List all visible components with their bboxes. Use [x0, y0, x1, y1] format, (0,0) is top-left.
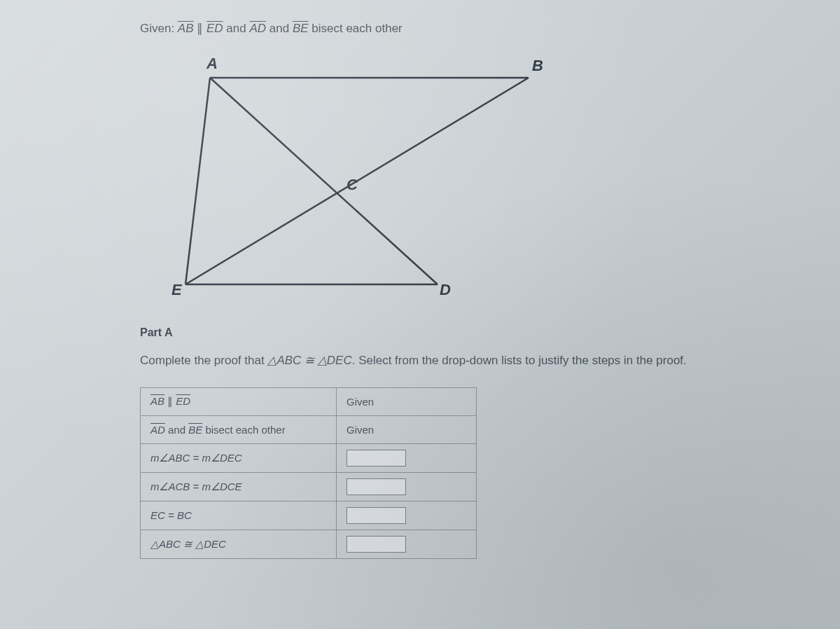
stmt-mid: and	[165, 424, 188, 436]
stmt-seg-a: AD	[150, 424, 165, 436]
statement-cell: AD and BE bisect each other	[141, 415, 337, 443]
vertex-d: D	[440, 281, 451, 299]
part-a-heading: Part A	[140, 326, 700, 339]
reason-dropdown[interactable]	[346, 478, 406, 495]
instr-prefix: Complete the proof that	[140, 354, 267, 367]
reason-cell	[337, 501, 477, 530]
table-row: EC = BC	[141, 501, 477, 530]
geometry-diagram: A B C D E	[161, 53, 546, 305]
reason-cell	[337, 472, 477, 501]
stmt-text: EC = BC	[150, 509, 192, 521]
given-prefix: Given:	[140, 22, 178, 35]
statement-cell: EC = BC	[141, 501, 337, 530]
reason-text: Given	[346, 424, 374, 436]
instr-triangles: △ABC ≅ △DEC	[267, 354, 351, 367]
reason-cell	[337, 530, 477, 558]
and-1: and	[223, 22, 250, 35]
instruction-text: Complete the proof that △ABC ≅ △DEC. Sel…	[140, 352, 700, 370]
given-statement: Given: AB ∥ ED and AD and BE bisect each…	[140, 21, 700, 36]
table-row: m∠ACB = m∠DCE	[141, 472, 477, 501]
stmt-text: m∠ABC = m∠DEC	[150, 452, 242, 464]
stmt-text: m∠ACB = m∠DCE	[150, 481, 242, 492]
instr-suffix: . Select from the drop-down lists to jus…	[352, 354, 687, 367]
seg-ad: AD	[249, 22, 266, 35]
reason-cell	[337, 443, 477, 472]
statement-cell: m∠ABC = m∠DEC	[141, 443, 337, 472]
stmt-seg-b: BE	[188, 424, 202, 436]
and-2: and	[266, 22, 293, 35]
reason-text: Given	[346, 396, 374, 408]
stmt-mid: ∥	[164, 395, 176, 407]
table-row: AD and BE bisect each other Given	[141, 415, 477, 443]
proof-table: AB ∥ ED Given AD and BE bisect each othe…	[140, 387, 477, 559]
reason-dropdown[interactable]	[346, 536, 406, 553]
seg-ab: AB	[178, 22, 194, 35]
seg-be: BE	[293, 22, 309, 35]
statement-cell: AB ∥ ED	[141, 387, 337, 415]
table-row: △ABC ≅ △DEC	[141, 530, 477, 558]
stmt-seg-b: ED	[176, 395, 190, 407]
svg-line-2	[210, 78, 438, 284]
svg-line-4	[186, 78, 210, 284]
statement-cell: m∠ACB = m∠DCE	[141, 472, 337, 501]
reason-cell: Given	[337, 415, 477, 443]
given-suffix: bisect each other	[309, 22, 402, 35]
reason-dropdown[interactable]	[346, 450, 406, 466]
parallel-symbol: ∥	[194, 22, 206, 35]
stmt-seg-a: AB	[150, 395, 164, 407]
vertex-a: A	[206, 55, 218, 73]
stmt-suffix: bisect each other	[202, 424, 285, 436]
table-row: m∠ABC = m∠DEC	[141, 443, 477, 472]
vertex-e: E	[172, 281, 182, 299]
reason-cell: Given	[337, 387, 477, 415]
vertex-b: B	[532, 57, 543, 75]
seg-ed: ED	[206, 22, 223, 35]
stmt-text: △ABC ≅ △DEC	[150, 538, 226, 550]
vertex-c: C	[346, 176, 358, 194]
reason-dropdown[interactable]	[346, 507, 406, 524]
statement-cell: △ABC ≅ △DEC	[141, 530, 337, 558]
table-row: AB ∥ ED Given	[141, 387, 477, 415]
